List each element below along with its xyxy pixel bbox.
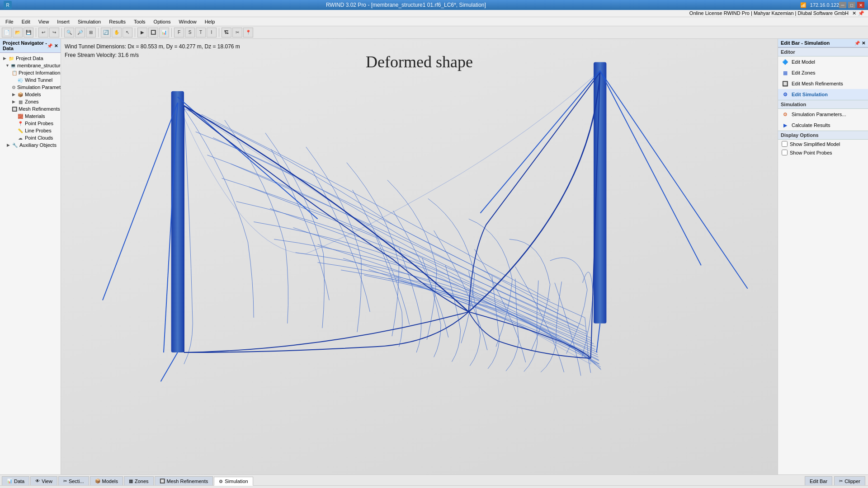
tree-project-data[interactable]: ▶ 📁 Project Data [0,55,61,62]
menu-tools[interactable]: Tools [130,18,149,25]
pan-btn[interactable]: ✋ [112,28,122,38]
show-point-probes-checkbox[interactable] [782,150,788,155]
edit-simulation-label: Edit Simulation [792,92,828,97]
menu-options[interactable]: Options [150,18,175,25]
license-pin-btn[interactable]: 📌 [858,10,864,16]
tree-membrane[interactable]: ▼ 💻 membrane_structure1 [0,62,61,69]
sim-params-icon-r: ⚙ [782,111,789,118]
menu-view[interactable]: View [35,18,53,25]
title-bar: R RWIND 3.02 Pro - [membrane_structure1 … [0,0,868,10]
editor-section-header: Editor [778,47,868,56]
project-data-icon: 📁 [8,55,14,61]
maximize-button[interactable]: □ [848,2,855,8]
tab-view[interactable]: 👁 View [30,476,57,485]
show-simplified-model-item[interactable]: Show Simplified Model [778,140,868,148]
rotate-btn[interactable]: 🔄 [101,28,111,38]
toolbar-sep-2 [61,28,62,37]
iso-view-btn[interactable]: I [207,28,217,38]
tab-zones[interactable]: ▦ Zones [124,476,154,485]
tab-data[interactable]: 📊 Data [2,476,29,485]
window-title: RWIND 3.02 Pro - [membrane_structure1 01… [12,2,800,8]
edit-model-label: Edit Model [792,59,815,65]
edit-simulation-icon: ⚙ [782,91,789,98]
undo-btn[interactable]: ↩ [38,28,48,38]
calc-results-icon: ▶ [782,122,789,129]
panel-close[interactable]: ✕ [54,43,58,48]
tab-section[interactable]: ✂ Secti... [58,476,89,485]
tree-aux-objects[interactable]: ▶ 🔧 Auxiliary Objects [0,141,61,149]
sim-params-item[interactable]: ⚙ Simulation Parameters... [778,109,868,120]
viewport[interactable]: Wind Tunnel Dimensions: Dx = 80.553 m, D… [61,39,778,474]
tree-mesh-ref[interactable]: 🔲 Mesh Refinements [0,105,61,113]
tab-mesh-refinements[interactable]: 🔲 Mesh Refinements [155,476,213,485]
tab-data-label: Data [14,479,24,484]
menu-insert[interactable]: Insert [53,18,73,25]
select-btn[interactable]: ↖ [123,28,132,38]
show-simplified-model-checkbox[interactable] [782,141,788,147]
close-button[interactable]: ✕ [857,2,864,8]
tree-sim-params[interactable]: ⚙ Simulation Parameters [0,84,61,91]
tree-models[interactable]: ▶ 📦 Models [0,91,61,98]
right-panel-pin[interactable]: 📌 [854,41,860,46]
open-btn[interactable]: 📂 [13,28,23,38]
clip-btn[interactable]: ✂ [232,28,242,38]
tab-edit-bar[interactable]: Edit Bar [805,476,832,485]
tree-models-label: Models [25,92,41,97]
tab-clipper[interactable]: ✂ Clipper [834,476,865,485]
panel-pin[interactable]: 📌 [47,43,52,48]
probe-btn[interactable]: 📍 [243,28,253,38]
tree-materials[interactable]: 🧱 Materials [0,113,61,120]
point-clouds-icon: ☁ [17,135,24,141]
tab-clipper-label: Clipper [844,479,860,484]
calc-results-item[interactable]: ▶ Calculate Results [778,120,868,131]
expand-icon-root: ▶ [2,56,7,61]
cable-bottom-left [161,352,178,381]
edit-zones-item[interactable]: ▦ Edit Zones [778,67,868,78]
menu-file[interactable]: File [2,18,17,25]
show-point-probes-item[interactable]: Show Point Probes [778,148,868,157]
side-view-btn[interactable]: S [185,28,195,38]
menu-results[interactable]: Results [105,18,129,25]
front-view-btn[interactable]: F [174,28,184,38]
tree-zones[interactable]: ▶ ▦ Zones [0,98,61,105]
expand-icon-membrane: ▼ [5,63,9,68]
right-panel-close[interactable]: ✕ [862,41,865,46]
membrane-top-edge [184,73,600,312]
zones-icon: ▦ [17,99,24,105]
zoom-out-btn[interactable]: 🔎 [75,28,85,38]
results-btn[interactable]: 📊 [159,28,169,38]
zoom-in-btn[interactable]: 🔍 [64,28,74,38]
tab-models[interactable]: 📦 Models [90,476,123,485]
edit-simulation-item[interactable]: ⚙ Edit Simulation [778,89,868,100]
materials-icon: 🧱 [17,113,24,119]
menu-window[interactable]: Window [175,18,200,25]
show-model-btn[interactable]: 🏗 [222,28,231,38]
toolbar-sep-3 [98,28,99,37]
menu-help[interactable]: Help [201,18,219,25]
tree-line-probes[interactable]: 📏 Line Probes [0,127,61,134]
menu-edit[interactable]: Edit [18,18,34,25]
network-area: 📶 172.16.0.122 [800,2,839,8]
save-btn[interactable]: 💾 [24,28,33,38]
tree-wind-tunnel[interactable]: 💨 Wind Tunnel [0,76,61,84]
cable-right-top [480,71,600,213]
sim-params-icon: ⚙ [12,84,16,90]
mesh-btn[interactable]: 🔲 [148,28,158,38]
right-panel: Edit Bar - Simulation 📌 ✕ Editor 🔷 Edit … [778,39,868,474]
minimize-button[interactable]: ─ [839,2,846,8]
tree-project-info[interactable]: 📋 Project Information [0,69,61,76]
tree-zones-label: Zones [25,99,39,104]
edit-model-item[interactable]: 🔷 Edit Model [778,56,868,67]
top-view-btn[interactable]: T [196,28,206,38]
tree-point-clouds[interactable]: ☁ Point Clouds [0,134,61,141]
tree-point-probes[interactable]: 📍 Point Probes [0,120,61,127]
redo-btn[interactable]: ↪ [49,28,59,38]
tab-simulation[interactable]: ⚙ Simulation [214,477,253,486]
edit-mesh-item[interactable]: 🔲 Edit Mesh Refinements [778,78,868,89]
menu-simulation[interactable]: Simulation [74,18,104,25]
display-options-section-header: Display Options [778,131,868,140]
license-close-btn[interactable]: ✕ [852,10,856,16]
render-btn[interactable]: ▶ [137,28,147,38]
new-btn[interactable]: 📄 [2,28,12,38]
fit-btn[interactable]: ⊞ [86,28,96,38]
